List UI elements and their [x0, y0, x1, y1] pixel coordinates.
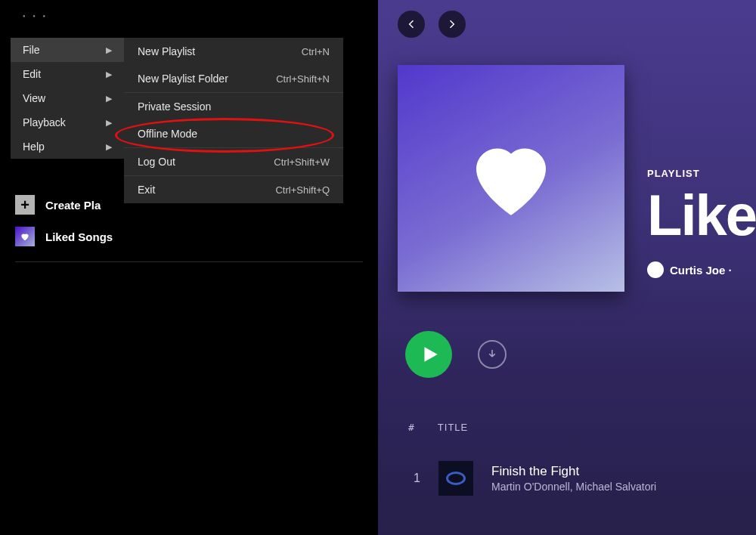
playlist-header: PLAYLIST Like Curtis Joe ·	[647, 168, 756, 278]
track-album-art	[438, 461, 473, 496]
submenu-new-playlist[interactable]: New Playlist Ctrl+N	[124, 38, 343, 65]
track-number: 1	[408, 472, 420, 485]
submenu-item-label: Private Session	[138, 101, 211, 113]
album-art-icon	[446, 472, 466, 485]
download-icon	[485, 348, 499, 361]
menu-help-label: Help	[23, 141, 45, 153]
submenu-item-label: Log Out	[138, 156, 175, 168]
play-icon	[420, 345, 440, 364]
column-num: #	[408, 422, 415, 433]
submenu-file: New Playlist Ctrl+N New Playlist Folder …	[124, 38, 343, 203]
submenu-item-label: Offline Mode	[138, 128, 197, 140]
menu-playback[interactable]: Playback ▶	[11, 110, 124, 135]
nav-buttons	[398, 11, 466, 38]
forward-button[interactable]	[438, 11, 466, 38]
window-controls-icon[interactable]: ● ● ●	[23, 14, 48, 18]
chevron-left-icon	[405, 18, 417, 30]
playlist-title: Like	[647, 182, 756, 248]
shortcut-label: Ctrl+N	[302, 46, 330, 57]
submenu-item-label: New Playlist Folder	[138, 73, 228, 85]
avatar[interactable]	[647, 261, 664, 278]
track-meta: Finish the Fight Martin O'Donnell, Micha…	[491, 464, 656, 493]
download-button[interactable]	[478, 340, 507, 369]
submenu-exit[interactable]: Exit Ctrl+Shift+Q	[124, 176, 343, 203]
column-title: TITLE	[438, 422, 468, 433]
menu-playback-label: Playback	[23, 116, 66, 128]
plus-icon: +	[15, 195, 35, 215]
liked-songs-item[interactable]: Liked Songs	[0, 221, 378, 252]
menu-edit-label: Edit	[23, 68, 41, 80]
chevron-right-icon: ▶	[106, 142, 112, 152]
track-artist: Martin O'Donnell, Michael Salvatori	[491, 481, 656, 493]
track-title: Finish the Fight	[491, 464, 656, 479]
chevron-right-icon	[446, 18, 458, 30]
play-button[interactable]	[405, 331, 452, 378]
liked-songs-label: Liked Songs	[45, 230, 113, 243]
menu-root: File ▶ Edit ▶ View ▶ Playback ▶ Help ▶	[11, 38, 124, 159]
chevron-right-icon: ▶	[106, 118, 112, 128]
main-content: PLAYLIST Like Curtis Joe · # TITLE 1 Fin…	[378, 0, 756, 535]
menu-view-label: View	[23, 92, 45, 104]
menu-file[interactable]: File ▶	[11, 38, 124, 62]
heart-icon	[15, 227, 35, 246]
sidebar-divider	[15, 261, 363, 262]
track-row[interactable]: 1 Finish the Fight Martin O'Donnell, Mic…	[408, 461, 656, 496]
menu-file-label: File	[23, 44, 40, 56]
submenu-item-label: New Playlist	[138, 45, 195, 57]
submenu-offline-mode[interactable]: Offline Mode	[124, 120, 343, 147]
heart-icon	[462, 129, 560, 227]
back-button[interactable]	[398, 11, 425, 38]
playlist-type-label: PLAYLIST	[647, 168, 756, 179]
chevron-right-icon: ▶	[106, 70, 112, 79]
submenu-item-label: Exit	[138, 184, 155, 196]
submenu-private-session[interactable]: Private Session	[124, 93, 343, 120]
submenu-new-playlist-folder[interactable]: New Playlist Folder Ctrl+Shift+N	[124, 65, 343, 92]
create-playlist-label: Create Pla	[45, 199, 101, 212]
submenu-log-out[interactable]: Log Out Ctrl+Shift+W	[124, 148, 343, 175]
shortcut-label: Ctrl+Shift+N	[276, 73, 330, 85]
menu-view[interactable]: View ▶	[11, 86, 124, 110]
menu-help[interactable]: Help ▶	[11, 135, 124, 159]
chevron-right-icon: ▶	[106, 45, 112, 55]
playlist-owner-row: Curtis Joe ·	[647, 261, 756, 278]
playlist-controls	[405, 331, 507, 378]
playlist-cover	[398, 65, 624, 292]
shortcut-label: Ctrl+Shift+W	[274, 156, 330, 168]
chevron-right-icon: ▶	[106, 94, 112, 104]
menu-edit[interactable]: Edit ▶	[11, 62, 124, 86]
tracklist-header: # TITLE	[408, 422, 468, 433]
playlist-owner-name[interactable]: Curtis Joe ·	[670, 264, 732, 277]
shortcut-label: Ctrl+Shift+Q	[275, 184, 330, 196]
